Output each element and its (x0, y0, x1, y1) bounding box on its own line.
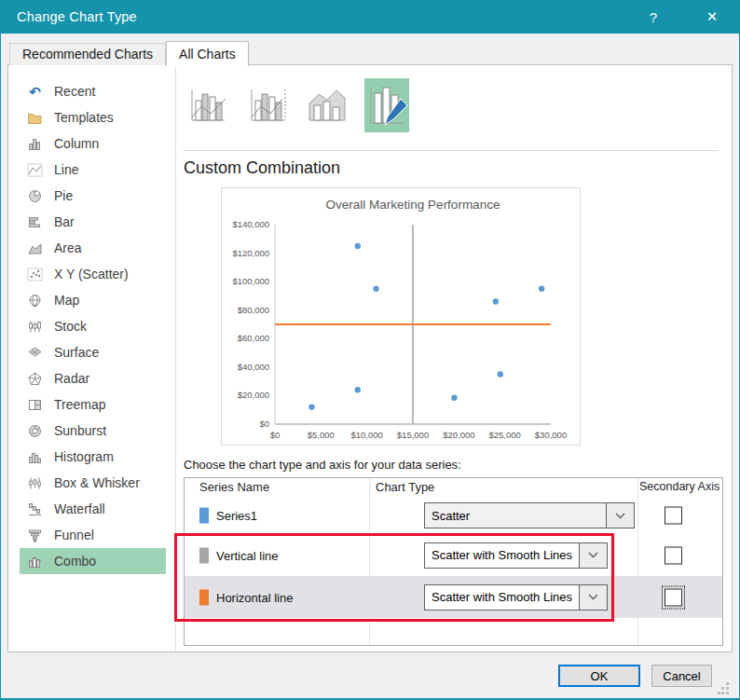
sidebar-item-box-whisker[interactable]: Box & Whisker (20, 470, 166, 496)
change-chart-type-dialog: { "window": {"title": "Change Chart Type… (0, 0, 740, 700)
series-color-swatch (199, 589, 209, 605)
chevron-down-icon[interactable] (579, 543, 607, 568)
svg-text:$0: $0 (270, 430, 281, 440)
radar-icon (27, 371, 43, 387)
secondary-axis-checkbox[interactable] (665, 507, 682, 525)
chart-type-dropdown[interactable]: Scatter (424, 502, 635, 528)
series-name: Horizontal line (216, 590, 293, 604)
sidebar-item-stock[interactable]: Stock (20, 313, 166, 339)
clustered-column-line-secondary-axis-icon (247, 87, 288, 124)
recent-icon: ↶ (27, 84, 43, 100)
sidebar-item-label: Funnel (54, 528, 94, 542)
sidebar-item-recent[interactable]: ↶Recent (20, 78, 166, 104)
chart-type-value: Scatter (425, 503, 606, 528)
column-icon (27, 136, 43, 152)
sidebar-item-waterfall[interactable]: Waterfall (20, 496, 166, 522)
sidebar-item-bar[interactable]: Bar (20, 209, 166, 235)
scatter-icon (27, 267, 43, 282)
sidebar-item-label: Sunburst (54, 423, 106, 438)
svg-text:$80,000: $80,000 (238, 305, 269, 315)
custom-combination-icon (365, 84, 408, 127)
thumbnail-stacked-area-clustered-column[interactable] (305, 78, 349, 132)
templates-icon (27, 110, 43, 126)
help-icon[interactable]: ? (639, 0, 667, 34)
ok-button[interactable]: OK (558, 665, 640, 687)
sidebar-item-label: Stock (54, 319, 87, 334)
thumbnail-custom-combination[interactable] (364, 78, 409, 132)
resize-grip-icon[interactable] (718, 682, 730, 694)
box-whisker-icon (27, 475, 43, 491)
sidebar-item-label: Recent (54, 84, 95, 99)
secondary-axis-checkbox[interactable] (665, 588, 682, 606)
svg-text:$60,000: $60,000 (238, 333, 269, 343)
sidebar-item-label: X Y (Scatter) (54, 267, 129, 281)
area-icon (27, 240, 43, 256)
sidebar-item-label: Surface (54, 345, 99, 360)
chart-type-dropdown[interactable]: Scatter with Smooth Lines (424, 584, 608, 611)
table-header: Series Name Chart Type Secondary Axis (185, 478, 722, 497)
sidebar-item-x-y-scatter[interactable]: X Y (Scatter) (20, 261, 166, 287)
map-icon (27, 293, 43, 309)
sidebar-item-line[interactable]: Line (20, 157, 166, 183)
sidebar-item-label: Treemap (54, 397, 106, 412)
svg-text:$120,000: $120,000 (232, 248, 269, 258)
svg-text:$20,000: $20,000 (443, 430, 474, 440)
column-header-chart-type: Chart Type (376, 480, 434, 494)
secondary-axis-checkbox[interactable] (665, 546, 682, 564)
sidebar-item-map[interactable]: Map (20, 287, 166, 313)
sidebar-item-column[interactable]: Column (20, 130, 166, 157)
combo-thumbnails (185, 78, 409, 132)
svg-text:$25,000: $25,000 (488, 430, 520, 440)
sidebar-item-label: Column (54, 136, 99, 151)
sidebar-item-area[interactable]: Area (20, 235, 166, 261)
sidebar-item-surface[interactable]: Surface (20, 339, 166, 365)
pie-icon (27, 188, 43, 204)
tab-recommended-charts[interactable]: Recommended Charts (9, 43, 166, 65)
sidebar-item-treemap[interactable]: Treemap (20, 391, 166, 418)
combo-icon (27, 554, 43, 570)
thumbnail-clustered-column-line[interactable] (185, 78, 230, 132)
series-table: Series Name Chart Type Secondary Axis Se… (184, 477, 723, 646)
svg-text:$100,000: $100,000 (232, 276, 269, 286)
sidebar-item-label: Box & Whisker (54, 475, 140, 490)
sidebar-item-label: Histogram (54, 449, 114, 464)
dialog-title: Change Chart Type (17, 9, 137, 24)
series-name: Vertical line (216, 548, 278, 562)
preview-chart-svg: Overall Marketing Performance$0$20,000$4… (222, 188, 580, 445)
histogram-icon (27, 449, 43, 465)
divider (184, 150, 719, 151)
sidebar-item-combo[interactable]: Combo (20, 548, 166, 574)
sidebar-item-sunburst[interactable]: Sunburst (20, 418, 166, 444)
sidebar-item-templates[interactable]: Templates (20, 104, 166, 130)
sidebar-item-funnel[interactable]: Funnel (20, 522, 166, 548)
chevron-down-icon[interactable] (579, 585, 607, 610)
svg-text:$5,000: $5,000 (308, 430, 335, 440)
chart-type-dropdown[interactable]: Scatter with Smooth Lines (424, 542, 608, 569)
sidebar-item-histogram[interactable]: Histogram (20, 444, 166, 470)
section-heading: Custom Combination (184, 158, 340, 178)
stock-icon (27, 319, 43, 335)
svg-text:$0: $0 (259, 419, 269, 429)
svg-text:$30,000: $30,000 (535, 430, 567, 440)
sunburst-icon (27, 423, 43, 439)
sidebar-item-pie[interactable]: Pie (20, 183, 166, 209)
series-name: Series1 (216, 509, 257, 523)
sidebar-item-label: Pie (54, 188, 73, 203)
close-icon[interactable]: ✕ (698, 0, 726, 34)
all-charts-panel: ↶RecentTemplatesColumnLinePieBarAreaX Y … (7, 64, 733, 652)
thumbnail-clustered-column-line-secondary-axis[interactable] (245, 78, 290, 132)
sidebar-item-label: Waterfall (54, 501, 105, 516)
sidebar-item-label: Templates (54, 110, 114, 125)
tab-all-charts[interactable]: All Charts (166, 41, 249, 66)
table-row-vertical-line: Vertical lineScatter with Smooth Lines (185, 534, 722, 576)
sidebar-item-label: Bar (54, 214, 75, 229)
series-color-swatch (199, 508, 209, 524)
chevron-down-icon[interactable] (606, 503, 634, 528)
cancel-button[interactable]: Cancel (651, 665, 712, 687)
sidebar-item-radar[interactable]: Radar (20, 365, 166, 391)
column-header-secondary-axis: Secondary Axis (639, 480, 719, 493)
svg-text:$15,000: $15,000 (397, 430, 429, 440)
sidebar-item-label: Line (54, 162, 78, 177)
sidebar-item-label: Area (54, 240, 82, 255)
series-table-caption: Choose the chart type and axis for your … (184, 458, 461, 472)
